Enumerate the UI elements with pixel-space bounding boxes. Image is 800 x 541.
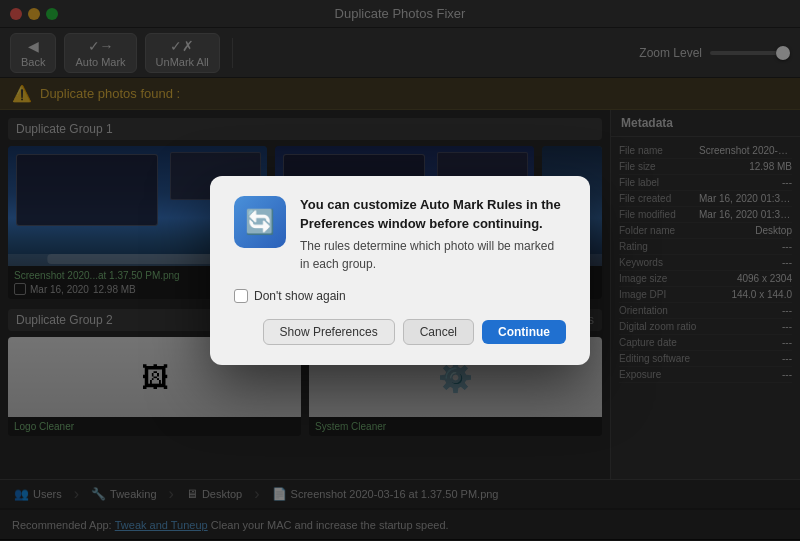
modal-body: The rules determine which photo will be … — [300, 237, 566, 273]
modal-app-icon: 🔄 — [245, 208, 275, 236]
modal-buttons: Show Preferences Cancel Continue — [234, 319, 566, 345]
modal-text-area: You can customize Auto Mark Rules in the… — [300, 196, 566, 272]
modal-icon: 🔄 — [234, 196, 286, 248]
show-prefs-button[interactable]: Show Preferences — [263, 319, 395, 345]
dont-show-label: Don't show again — [254, 289, 346, 303]
modal-overlay: 🔄 You can customize Auto Mark Rules in t… — [0, 0, 800, 541]
dont-show-checkbox[interactable] — [234, 289, 248, 303]
modal-checkbox-row: Don't show again — [234, 289, 566, 303]
continue-button[interactable]: Continue — [482, 320, 566, 344]
cancel-button[interactable]: Cancel — [403, 319, 474, 345]
modal-title: You can customize Auto Mark Rules in the… — [300, 196, 566, 232]
modal-header: 🔄 You can customize Auto Mark Rules in t… — [234, 196, 566, 272]
modal-dialog: 🔄 You can customize Auto Mark Rules in t… — [210, 176, 590, 364]
